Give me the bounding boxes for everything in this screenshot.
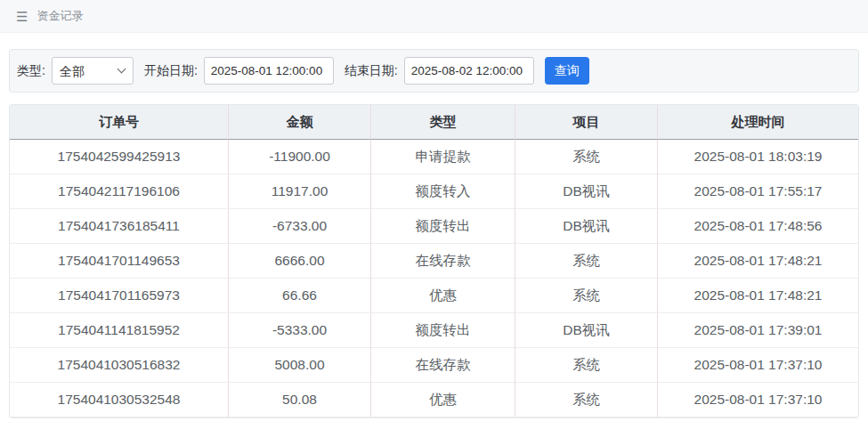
type-select-wrap: 全部: [52, 57, 134, 85]
table-cell: 50.08: [229, 383, 371, 417]
page-title: 资金记录: [37, 8, 83, 24]
records-table-wrap: 订单号金额类型项目处理时间 1754042599425913-11900.00申…: [9, 104, 859, 418]
table-cell: -5333.00: [229, 313, 371, 348]
query-button[interactable]: 查询: [545, 57, 589, 85]
type-select[interactable]: 全部: [52, 57, 134, 85]
table-row: 175404170116597366.66优惠系统2025-08-01 17:4…: [10, 279, 858, 313]
table-cell: DB视讯: [515, 209, 658, 244]
column-header: 金额: [229, 105, 371, 140]
table-row: 1754042599425913-11900.00申请提款系统2025-08-0…: [10, 140, 858, 174]
table-cell: 1754041030516832: [10, 348, 229, 383]
filter-bar: 类型: 全部 开始日期: 结束日期: 查询: [9, 49, 859, 93]
end-date-input[interactable]: [404, 57, 534, 85]
table-cell: 2025-08-01 17:48:21: [658, 279, 858, 313]
table-cell: 申请提款: [371, 140, 515, 174]
column-header: 处理时间: [658, 105, 858, 140]
table-cell: 系统: [515, 348, 658, 383]
table-cell: 2025-08-01 17:39:01: [658, 313, 858, 348]
table-row: 1754041736185411-6733.00额度转出DB视讯2025-08-…: [10, 209, 858, 244]
table-header-row: 订单号金额类型项目处理时间: [10, 105, 858, 140]
table-cell: 5008.00: [229, 348, 371, 383]
column-header: 项目: [515, 105, 658, 140]
table-cell: 在线存款: [371, 244, 515, 279]
topbar: ☰ 资金记录: [0, 0, 868, 33]
table-cell: 额度转出: [371, 209, 515, 244]
start-date-input[interactable]: [204, 57, 334, 85]
table-cell: 66.66: [229, 279, 371, 313]
table-cell: 优惠: [371, 383, 515, 417]
table-cell: 2025-08-01 17:55:17: [658, 174, 858, 209]
table-cell: -6733.00: [229, 209, 371, 244]
table-cell: 2025-08-01 17:48:56: [658, 209, 858, 244]
main-content: 类型: 全部 开始日期: 结束日期: 查询 订单号金额类型项目处理时间 1754…: [0, 49, 868, 418]
table-cell: 2025-08-01 17:48:21: [658, 244, 858, 279]
column-header: 类型: [371, 105, 515, 140]
table-cell: 1754042117196106: [10, 174, 229, 209]
table-cell: 1754041030532548: [10, 383, 229, 417]
table-cell: 11917.00: [229, 174, 371, 209]
table-cell: -11900.00: [229, 140, 371, 174]
start-date-label: 开始日期:: [144, 63, 198, 79]
column-header: 订单号: [10, 105, 229, 140]
table-row: 17540410305168325008.00在线存款系统2025-08-01 …: [10, 348, 858, 383]
table-cell: 1754041701149653: [10, 244, 229, 279]
table-row: 1754041141815952-5333.00额度转出DB视讯2025-08-…: [10, 313, 858, 348]
type-label: 类型:: [17, 63, 45, 79]
table-cell: 2025-08-01 18:03:19: [658, 140, 858, 174]
table-cell: 系统: [515, 383, 658, 417]
table-cell: 在线存款: [371, 348, 515, 383]
table-row: 175404211719610611917.00额度转入DB视讯2025-08-…: [10, 174, 858, 209]
table-cell: 1754041736185411: [10, 209, 229, 244]
menu-icon[interactable]: ☰: [16, 10, 28, 23]
table-cell: DB视讯: [515, 313, 658, 348]
table-cell: 额度转出: [371, 313, 515, 348]
table-row: 17540417011496536666.00在线存款系统2025-08-01 …: [10, 244, 858, 279]
table-cell: 系统: [515, 140, 658, 174]
table-cell: 2025-08-01 17:37:10: [658, 348, 858, 383]
table-cell: 1754041701165973: [10, 279, 229, 313]
table-cell: 额度转入: [371, 174, 515, 209]
table-cell: 2025-08-01 17:37:10: [658, 383, 858, 417]
table-cell: 系统: [515, 244, 658, 279]
table-cell: 优惠: [371, 279, 515, 313]
table-cell: 系统: [515, 279, 658, 313]
table-cell: 1754042599425913: [10, 140, 229, 174]
end-date-label: 结束日期:: [345, 63, 398, 79]
table-cell: DB视讯: [515, 174, 658, 209]
table-row: 175404103053254850.08优惠系统2025-08-01 17:3…: [10, 383, 858, 417]
table-cell: 1754041141815952: [10, 313, 229, 348]
records-table: 订单号金额类型项目处理时间 1754042599425913-11900.00申…: [10, 105, 858, 417]
table-cell: 6666.00: [229, 244, 371, 279]
